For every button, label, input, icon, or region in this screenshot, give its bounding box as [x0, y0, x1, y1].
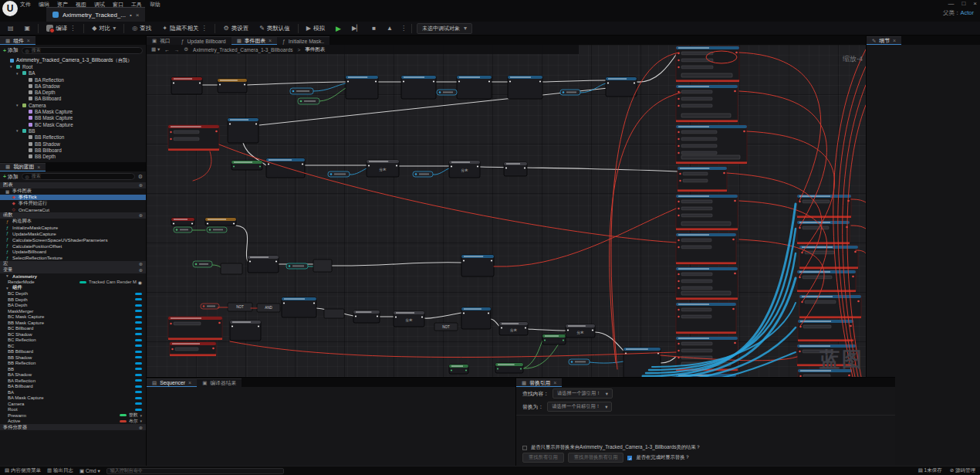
chevron-down-icon[interactable]: ▾: [140, 413, 142, 418]
graph-item--[interactable]: ◆事件开始运行: [0, 200, 146, 206]
menu-item-4[interactable]: 调试: [94, 2, 105, 7]
graph-node-dark[interactable]: [248, 256, 279, 273]
section-graphs[interactable]: 图表⊕: [0, 182, 146, 188]
variable-row-bc-depth[interactable]: BC Depth: [0, 291, 146, 297]
graph-node-dark[interactable]: [230, 321, 261, 341]
component-row-bc-mask-capture[interactable]: BC Mask Capture: [2, 121, 144, 127]
variable-row-bb-billboard[interactable]: BB Billboard: [0, 349, 146, 355]
graph-node-tiny[interactable]: [221, 263, 242, 274]
graph-item-oncameracut[interactable]: ◇OnCameraCut: [0, 206, 146, 212]
function-item-calculatepositionoffset[interactable]: ƒCalculatePositionOffset: [0, 243, 146, 249]
variable-row-ba[interactable]: BA: [0, 389, 146, 395]
play-button[interactable]: ▶: [333, 23, 344, 34]
graph-node-err[interactable]: [797, 270, 856, 292]
graph-node-err[interactable]: [676, 233, 736, 264]
doc-tab-update-billboard[interactable]: ƒUpdate Billboard: [176, 36, 231, 45]
graph-node-dark[interactable]: 分支: [367, 160, 399, 177]
graph-node-fn[interactable]: [282, 297, 316, 317]
source-reference-dropdown[interactable]: 请选择一个源引用！▾: [553, 388, 613, 399]
chevron-down-icon[interactable]: ▾: [140, 419, 142, 423]
graph-node-err[interactable]: [678, 167, 727, 192]
component-row-bb-billboard[interactable]: BB Billboard: [2, 147, 144, 153]
graph-node-tiny[interactable]: NOT: [228, 303, 252, 311]
section-add-icon[interactable]: ⊕: [139, 267, 143, 273]
variable-row-ba-billboard[interactable]: BA Billboard: [0, 384, 146, 390]
component-row-bb-depth[interactable]: BB Depth: [2, 153, 144, 159]
content-drawer-button[interactable]: ▤ 内容侧滑菜单: [5, 467, 41, 474]
diff-button[interactable]: ◆对比▾: [89, 23, 119, 34]
breadcrumb-root[interactable]: Aximmetry_Tracked_Camera_1-3_Billboards: [193, 47, 292, 53]
component-row-ba-depth[interactable]: BA Depth: [2, 89, 144, 95]
unsaved-indicator[interactable]: ▤ 1未保存: [918, 467, 942, 474]
only-this-class-checkbox[interactable]: [522, 446, 527, 450]
function-item--[interactable]: ƒ构造脚本: [0, 219, 146, 225]
tab-my-blueprint[interactable]: ▦我的蓝图×: [0, 163, 46, 171]
window-controls[interactable]: —□×: [948, 0, 977, 7]
graph-node-pure[interactable]: [542, 334, 566, 344]
expander-icon[interactable]: ▾: [16, 128, 20, 133]
component-row-bb-mask-capture[interactable]: BB Mask Capture: [2, 115, 144, 121]
variable-row-bb[interactable]: BB: [0, 366, 146, 372]
function-item-calculatescreenspaceuvshaderparameters[interactable]: ƒCalculateScreenSpaceUVShaderParameters: [0, 236, 146, 243]
expander-icon[interactable]: ▾: [10, 64, 14, 69]
function-item-selectreflectiontexture[interactable]: ƒSelectReflectionTexture: [0, 255, 146, 261]
eject-button[interactable]: ▲: [384, 23, 396, 33]
event-graph-canvas[interactable]: 分支分支NOTAND分支NOT分支分支: [147, 45, 866, 377]
components-search-input[interactable]: ◎搜索: [22, 47, 143, 54]
variable-row-bb-reflection[interactable]: BB Reflection: [0, 361, 146, 367]
graph-node-seq[interactable]: [218, 79, 247, 93]
menu-item-6[interactable]: 工具: [131, 2, 142, 7]
graph-node-fn[interactable]: [346, 76, 378, 99]
graph-node-pG[interactable]: [207, 227, 227, 232]
expander-icon[interactable]: ▾: [16, 71, 20, 76]
hide-unrelated-button[interactable]: ✦隐藏不相关⋮: [159, 23, 210, 34]
compile-button[interactable]: 编译⋮: [43, 23, 79, 34]
menu-item-1[interactable]: 编辑: [39, 2, 49, 7]
graph-menu-icon[interactable]: ▦ ▾: [151, 46, 160, 53]
graph-node-pure[interactable]: [449, 365, 468, 374]
component-row-ba-billboard[interactable]: BA Billboard: [2, 96, 144, 102]
section-variables[interactable]: 变量⊕: [0, 267, 146, 273]
graph-node-pB[interactable]: [413, 171, 433, 177]
component-row-ba-mask-capture[interactable]: BA Mask Capture: [2, 108, 144, 114]
menu-item-2[interactable]: 资产: [57, 2, 68, 7]
debug-object-dropdown[interactable]: 未选中调试对象▾: [417, 23, 472, 34]
section-add-icon[interactable]: ⊕: [139, 212, 143, 218]
menu-item-0[interactable]: 文件: [20, 2, 31, 7]
frame-skip-button[interactable]: ▶▏: [349, 23, 364, 33]
variable-row-bc-mask-capture[interactable]: BC Mask Capture: [0, 314, 146, 321]
section-add-icon[interactable]: ⊕: [139, 425, 143, 430]
variable-row-bc-shadow[interactable]: BC Shadow: [0, 331, 146, 338]
class-settings-button[interactable]: ⚙类设置: [220, 23, 252, 34]
class-defaults-button[interactable]: ✎类默认值: [256, 23, 293, 34]
close-window-icon[interactable]: ×: [973, 0, 977, 7]
nav-back-icon[interactable]: ←: [164, 47, 170, 53]
graph-node-pB[interactable]: [290, 88, 313, 94]
variable-row-bb-mask-capture[interactable]: BB Mask Capture: [0, 320, 146, 326]
graph-node-errw[interactable]: [168, 125, 219, 151]
eye-icon[interactable]: ◉: [138, 280, 142, 285]
graph-node-pB[interactable]: [437, 90, 457, 95]
expander-icon[interactable]: ▾: [16, 103, 20, 107]
graph-node-err[interactable]: [676, 267, 738, 300]
doc-tab-事件图表[interactable]: ▦事件图表×: [231, 36, 277, 45]
asset-tab-close-icon[interactable]: ×: [136, 12, 140, 19]
graph-node-pG[interactable]: [298, 98, 319, 104]
graph-node-tiny[interactable]: [324, 309, 344, 318]
variable-row-camera[interactable]: Camera: [0, 401, 146, 407]
graph-node-pure[interactable]: [231, 161, 262, 170]
close-tab-icon[interactable]: ×: [269, 38, 272, 43]
graph-item--[interactable]: ▦事件图表: [0, 188, 146, 195]
graph-node-dark[interactable]: 分支: [394, 311, 424, 327]
graph-node-dark[interactable]: [353, 310, 380, 323]
variable-row-ba-mask-capture[interactable]: BA Mask Capture: [0, 395, 146, 402]
component-row-bb-reflection[interactable]: BB Reflection: [2, 134, 144, 141]
component-row-aximmetry-tracked-camera-1-3-billboards-[interactable]: Aximmetry_Tracked_Camera_1-3_Billboards（…: [2, 57, 144, 63]
graph-node-pT[interactable]: [286, 263, 308, 269]
graph-node-fn[interactable]: [461, 255, 494, 277]
console-command-input[interactable]: 输入控制台命令: [106, 468, 284, 474]
graph-node-errw[interactable]: [170, 342, 216, 356]
graph-node-seq[interactable]: [205, 218, 236, 226]
graph-node-err[interactable]: [797, 221, 850, 244]
component-row-root[interactable]: ▾Root: [2, 63, 144, 70]
